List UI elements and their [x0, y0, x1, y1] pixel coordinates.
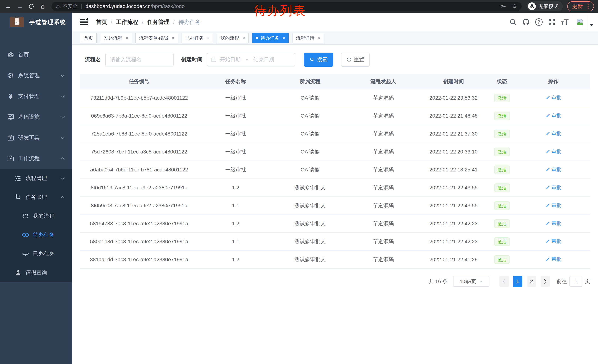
browser-update-button[interactable]: 更新 ⋮	[567, 1, 594, 11]
gear-icon: ⚙	[7, 72, 15, 80]
github-link-button[interactable]	[519, 13, 532, 32]
url-path: /bpm/task/todo	[151, 3, 185, 9]
user-icon	[14, 269, 22, 277]
fullscreen-button[interactable]	[545, 13, 558, 32]
page-button-2[interactable]: 2	[527, 276, 536, 287]
prev-page-button[interactable]	[499, 276, 509, 287]
approve-link[interactable]: 审批	[546, 220, 561, 226]
col-status: 状态	[487, 74, 516, 89]
browser-forward-button[interactable]: →	[16, 2, 24, 11]
page-button-1[interactable]: 1	[513, 276, 523, 287]
approve-link[interactable]: 审批	[546, 148, 561, 155]
workflow-submenu: 流程管理 任务管理	[0, 169, 72, 282]
tab-process-detail[interactable]: 流程详情 ×	[292, 33, 324, 43]
table-row: 58154733-7ac8-11ec-a9e2-a2380e71991a 1.2…	[80, 215, 590, 233]
approve-link[interactable]: 审批	[546, 112, 561, 119]
approve-link[interactable]: 审批	[546, 184, 561, 191]
avatar[interactable]	[573, 15, 587, 29]
create-time-label: 创建时间	[181, 56, 202, 63]
logo-image	[10, 17, 24, 27]
sidebar-item-infrastructure[interactable]: 基础设施	[0, 107, 72, 127]
browser-menu-dots-icon[interactable]: ⋮	[585, 3, 591, 10]
close-icon[interactable]: ×	[207, 35, 210, 41]
sidebar-item-workflow[interactable]: 工作流程	[0, 148, 72, 169]
breadcrumb-current: 待办任务	[178, 18, 201, 26]
approve-link[interactable]: 审批	[546, 130, 561, 137]
header-search-button[interactable]	[507, 13, 519, 32]
sidebar-item-label: 基础设施	[18, 113, 40, 121]
sidebar-item-home[interactable]: 首页	[0, 44, 72, 65]
incognito-icon	[528, 2, 536, 10]
sidebar-item-payment[interactable]: ¥ 支付管理	[0, 86, 72, 107]
table-row: 725a1eb6-7b88-11ec-8ef0-acde48001122 一级审…	[80, 125, 590, 143]
close-icon[interactable]: ×	[126, 35, 128, 41]
approve-link[interactable]: 审批	[546, 238, 561, 245]
tab-process-form-edit[interactable]: 流程表单-编辑 ×	[135, 33, 178, 43]
font-size-icon	[561, 18, 569, 26]
close-icon[interactable]: ×	[242, 35, 245, 41]
tab-done-tasks[interactable]: 已办任务 ×	[182, 33, 214, 43]
calendar-icon	[211, 57, 216, 62]
sidebar-item-todo-tasks[interactable]: 待办任务	[0, 226, 72, 244]
col-process: 所属流程	[273, 74, 347, 89]
col-task-id: 任务编号	[80, 74, 198, 89]
sidebar-item-label: 流程管理	[25, 175, 47, 182]
tab-home[interactable]: 首页	[80, 33, 97, 43]
close-icon[interactable]: ×	[282, 35, 285, 41]
chevron-right-icon	[544, 279, 547, 284]
breadcrumb-home[interactable]: 首页	[96, 18, 107, 26]
sidebar-item-system[interactable]: ⚙ 系统管理	[0, 65, 72, 86]
table-row: 73211d9d-7b9b-11ec-b5b7-acde48001122 一级审…	[80, 89, 590, 107]
tab-start-process[interactable]: 发起流程 ×	[100, 33, 132, 43]
sidebar-item-process-management[interactable]: 流程管理	[0, 169, 72, 188]
sidebar-item-dev-tools[interactable]: 研发工具	[0, 127, 72, 148]
browser-home-button[interactable]: ⌂	[39, 2, 47, 11]
process-name-input[interactable]: 请输入流程名	[105, 53, 174, 66]
sidebar-item-task-management[interactable]: 任务管理	[0, 188, 72, 207]
help-button[interactable]	[532, 13, 545, 32]
close-icon[interactable]: ×	[172, 35, 174, 41]
next-page-button[interactable]	[540, 276, 550, 287]
edit-pen-icon	[546, 239, 550, 244]
sidebar-item-done-tasks[interactable]: 已办任务	[0, 244, 72, 263]
chevron-up-icon	[60, 196, 65, 198]
browser-reload-button[interactable]	[27, 2, 36, 11]
sidebar-item-my-process[interactable]: 我的流程	[0, 207, 72, 226]
sidebar-logo-row[interactable]: 芋道管理系统	[0, 13, 72, 32]
app-title: 芋道管理系统	[29, 18, 66, 26]
breadcrumb-workflow[interactable]: 工作流程	[116, 18, 138, 26]
github-icon	[522, 18, 530, 26]
reset-button[interactable]: 重置	[341, 53, 370, 67]
font-size-button[interactable]	[558, 13, 571, 32]
edit-pen-icon	[546, 167, 550, 172]
sidebar-item-label: 研发工具	[18, 134, 40, 141]
reload-icon	[28, 3, 34, 9]
tab-todo-tasks[interactable]: 待办任务 ×	[252, 33, 289, 43]
approve-link[interactable]: 审批	[546, 166, 561, 173]
tab-my-process[interactable]: 我的流程 ×	[217, 33, 249, 43]
close-icon[interactable]: ×	[318, 35, 321, 41]
breadcrumb-task-management[interactable]: 任务管理	[147, 18, 169, 26]
approve-link[interactable]: 审批	[546, 94, 561, 101]
sidebar-item-label: 我的流程	[33, 212, 54, 220]
bookmark-star-icon[interactable]: ☆	[512, 3, 517, 10]
goto-page-input[interactable]: 1	[569, 276, 582, 287]
search-button[interactable]: 搜索	[304, 53, 333, 67]
avatar-caret-icon[interactable]	[590, 24, 594, 26]
table-row: 8f059c03-7ac8-11ec-a9e2-a2380e71991a 1.1…	[80, 197, 590, 215]
search-icon	[509, 18, 517, 26]
sidebar-item-leave-query[interactable]: 请假查询	[0, 263, 72, 282]
sidebar-item-label: 待办任务	[33, 231, 54, 239]
date-range-picker[interactable]: 开始日期 - 结束日期	[207, 53, 295, 66]
chevron-down-icon	[60, 137, 65, 139]
main-content: 首页 / 工作流程 / 任务管理 / 待办任务	[72, 13, 598, 364]
approve-link[interactable]: 审批	[546, 256, 561, 263]
url-host: dashboard.yudao.iocoder.cn	[85, 3, 151, 9]
sidebar-collapse-button[interactable]	[80, 18, 88, 26]
page-size-select[interactable]: 10条/页	[453, 276, 490, 287]
status-badge: 激活	[494, 255, 510, 264]
browser-back-button[interactable]: ←	[4, 2, 13, 11]
status-badge: 激活	[494, 112, 510, 120]
approve-link[interactable]: 审批	[546, 202, 561, 209]
password-key-icon[interactable]	[500, 3, 506, 9]
